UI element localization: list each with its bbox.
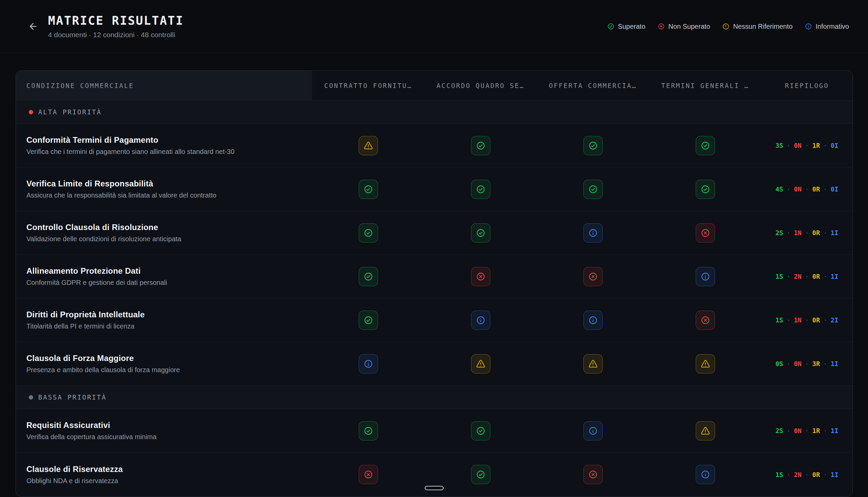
status-cell [424,223,537,243]
status-badge-warn[interactable] [696,421,715,440]
x-circle-icon [476,272,486,282]
alert-triangle-icon [588,359,598,369]
status-badge-warn[interactable] [359,136,378,155]
check-circle-icon [364,228,373,238]
status-cell [424,465,537,484]
legend-label: Superato [618,23,645,30]
table-row[interactable]: Verifica Limite di ResponsabilitàAssicur… [16,168,852,211]
summary-separator: · [823,471,827,478]
status-badge-info[interactable] [359,354,378,373]
row-summary: 0S·0N·3R·1I [762,360,852,367]
summary-count-pass: 4S [775,185,783,193]
status-badge-info[interactable] [583,223,603,243]
header: MATRICE RISULTATI 4 documenti · 12 condi… [0,0,868,53]
summary-separator: · [823,360,827,367]
info-circle-icon [588,315,598,325]
info-circle-icon [588,426,598,436]
back-button[interactable] [24,18,42,35]
alert-triangle-icon [700,426,710,436]
status-badge-pass[interactable] [471,223,490,243]
summary-count-warn: 3R [812,360,820,367]
x-circle-icon [588,470,598,479]
status-badge-fail[interactable] [359,465,378,484]
status-badge-info[interactable] [471,311,490,330]
table-row[interactable]: Conformità Termini di PagamentoVerifica … [16,124,852,168]
legend-label: Non Superato [668,23,710,30]
status-badge-pass[interactable] [359,223,378,243]
table-row[interactable]: Clausola di Forza MaggiorePresenza e amb… [16,342,852,386]
x-circle-icon [588,272,598,282]
status-badge-fail[interactable] [696,311,715,330]
check-circle-icon [700,141,710,151]
row-title: Clausole di Riservatezza [26,465,298,474]
row-description: Assicura che la responsabilità sia limit… [26,191,298,199]
row-title: Diritti di Proprietà Intellettuale [26,310,298,320]
table-row[interactable]: Controllo Clausola di RisoluzioneValidaz… [16,211,852,255]
summary-separator: · [823,185,827,193]
summary-count-info: 2I [831,316,839,324]
status-badge-pass[interactable] [583,180,603,199]
status-badge-fail[interactable] [583,465,603,484]
status-cell [649,136,762,155]
summary-count-info: 1I [831,273,839,280]
alert-circle-icon [722,23,730,30]
row-description: Conformità GDPR e gestione dei dati pers… [26,279,298,287]
summary-count-info: 0I [831,142,839,149]
status-cell [424,267,537,286]
summary-separator: · [805,185,809,193]
status-badge-fail[interactable] [471,267,490,286]
table-row[interactable]: Requisiti AssicurativiVerifica della cop… [16,409,852,453]
row-title: Verifica Limite di Responsabilità [26,179,298,188]
row-description: Presenza e ambito della clausola di forz… [26,366,298,374]
status-badge-pass[interactable] [471,180,490,199]
legend-label: Informativo [815,23,849,30]
status-badge-pass[interactable] [696,180,715,199]
status-badge-info[interactable] [696,267,715,286]
summary-count-warn: 0R [812,316,820,324]
table-row[interactable]: Diritti di Proprietà IntellettualeTitola… [16,298,852,342]
status-badge-info[interactable] [696,465,715,484]
status-cell [424,180,537,199]
summary-separator: · [823,427,827,435]
scroll-indicator[interactable] [425,486,444,490]
summary-count-fail: 0N [794,360,802,367]
status-badge-pass[interactable] [359,267,378,286]
status-badge-fail[interactable] [696,223,715,243]
status-badge-pass[interactable] [359,311,378,330]
summary-separator: · [786,360,790,367]
legend-item: Superato [607,23,645,30]
condition-cell: Requisiti AssicurativiVerifica della cop… [16,421,312,441]
status-badge-info[interactable] [583,311,603,330]
status-badge-pass[interactable] [471,136,490,155]
status-badge-pass[interactable] [471,421,490,440]
summary-separator: · [786,273,790,280]
status-badge-pass[interactable] [359,421,378,440]
status-cell [424,136,537,155]
status-badge-info[interactable] [583,421,603,440]
info-circle-icon [476,315,486,325]
status-badge-pass[interactable] [359,180,378,199]
status-badge-warn[interactable] [583,354,603,373]
status-cell [649,465,762,484]
check-circle-icon [364,184,373,194]
summary-separator: · [786,316,790,324]
summary-count-warn: 1R [812,427,820,435]
summary-count-pass: 1S [775,316,783,324]
status-badge-pass[interactable] [696,136,715,155]
table-row[interactable]: Allineamento Protezione DatiConformità G… [16,255,852,298]
status-badge-warn[interactable] [471,354,490,373]
section-header: BASSA PRIORITÀ [16,386,852,409]
condition-cell: Conformità Termini di PagamentoVerifica … [16,135,312,156]
status-badge-fail[interactable] [583,267,603,286]
status-cell [312,311,424,330]
summary-separator: · [823,229,827,237]
title-block: MATRICE RISULTATI 4 documenti · 12 condi… [48,14,184,39]
status-badge-pass[interactable] [471,465,490,484]
summary-separator: · [805,273,809,280]
status-cell [312,267,424,286]
row-summary: 3S·0N·1R·0I [762,142,852,149]
status-badge-pass[interactable] [583,136,603,155]
status-badge-warn[interactable] [696,354,715,373]
alert-triangle-icon [700,359,710,369]
column-header: CONTRATTO FORNITU… [312,82,424,89]
